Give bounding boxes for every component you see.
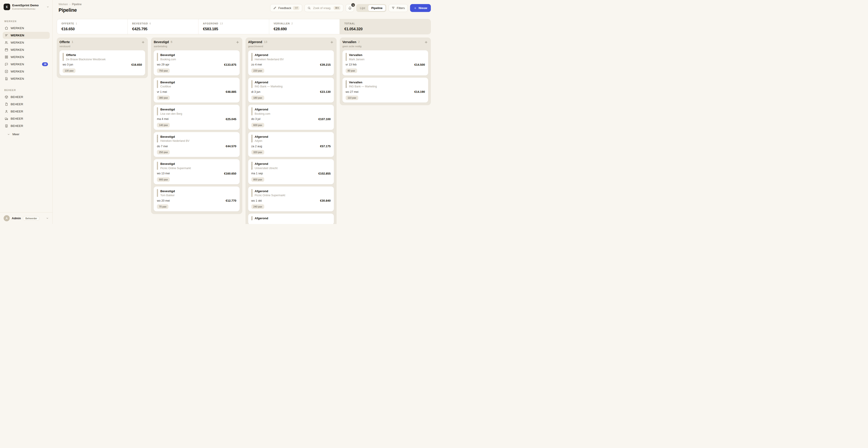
pencil-icon — [273, 6, 276, 10]
card-meta-row: ma 1 sep €102.855 — [251, 172, 331, 175]
new-button[interactable]: Nieuw — [410, 4, 431, 12]
sidebar-item[interactable]: WERKEN — [3, 32, 50, 39]
sidebar-item[interactable]: BEHEER — [3, 101, 50, 108]
sidebar-item-label: WERKEN — [11, 70, 24, 73]
kanban-card[interactable]: Afgerond Universiteit Utrecht ma 1 sep €… — [248, 159, 334, 184]
view-toggle: Lijst Pipeline — [356, 4, 386, 12]
add-card-icon[interactable] — [141, 40, 145, 44]
kanban-card[interactable]: Vervallen ING Bank — Marketing wo 27 mei… — [342, 78, 428, 103]
sidebar-more-label: Meer — [12, 133, 20, 136]
stat-cell: TOTAAL €1.054.320 — [340, 19, 431, 34]
view-toggle-option[interactable]: Pipeline — [368, 5, 385, 11]
sidebar-item-label: WERKEN — [11, 63, 24, 66]
sidebar-item[interactable]: BEHEER — [3, 94, 50, 101]
sidebar-item-icon — [4, 77, 8, 80]
card-title: Bevestigd — [160, 107, 182, 111]
card-title: Afgerond — [255, 80, 283, 84]
kanban-card[interactable]: Afgerond Heineken Nederland BV zo 4 mei … — [248, 50, 334, 75]
kanban-card[interactable]: Bevestigd Picnic Online Supermarkt wo 13… — [154, 159, 239, 184]
notifications-button[interactable]: 1 — [346, 4, 354, 12]
kanban-card[interactable]: Bevestigd Booking.com wo 29 apr €133.875… — [154, 50, 239, 75]
card-top: Bevestigd Lisa van den Berg — [157, 107, 236, 115]
card-title: Bevestigd — [160, 53, 176, 57]
card-amount: €102.855 — [318, 172, 331, 175]
card-amount: €16.650 — [131, 63, 142, 66]
sidebar-item-label: WERKEN — [11, 26, 24, 30]
kanban-card[interactable]: Vervallen Mark Jansen vr 13 feb €14.500 … — [342, 50, 428, 75]
card-meta-row: wo 29 apr €133.875 — [157, 63, 236, 66]
kanban-card[interactable]: Bevestigd Heineken Nederland BV do 7 mei… — [154, 132, 239, 157]
sidebar-item[interactable]: BEHEER — [3, 123, 50, 129]
card-client: Picnic Online Supermarkt — [160, 167, 191, 170]
add-card-icon[interactable] — [236, 40, 240, 44]
card-date: wo 29 apr — [157, 63, 169, 66]
card-amount: €107.100 — [318, 117, 331, 121]
card-top: Bevestigd Heineken Nederland BV — [157, 135, 236, 143]
sidebar-item[interactable]: BEHEER — [3, 108, 50, 115]
search-box[interactable]: ⌘K — [305, 4, 343, 12]
card-pax-badge: 600 pax — [251, 123, 264, 127]
card-meta-row: vr 1 mei €48.885 — [157, 90, 236, 94]
kanban-card[interactable]: Afgerond ING Bank — Marketing di 3 jun €… — [248, 78, 334, 103]
kanban-card[interactable]: Offerte De Brauw Blackstone Westbroek wo… — [59, 50, 145, 75]
card-date: di 3 jun — [251, 90, 260, 94]
sidebar-item[interactable]: BEHEER — [3, 115, 50, 122]
sidebar-more-toggle[interactable]: Meer — [7, 133, 45, 136]
breadcrumb: Werken › Pipeline — [59, 3, 82, 6]
plus-icon — [414, 6, 417, 10]
card-client: Universiteit Utrecht — [255, 167, 278, 170]
column-title: Afgerond — [248, 40, 262, 44]
sidebar-item-icon — [4, 33, 8, 37]
sidebar-item-label: BEHEER — [11, 110, 23, 113]
card-title: Afgerond — [255, 162, 278, 166]
workspace-switcher[interactable]: E EventSprint Demo Evenementenbureau — [0, 0, 53, 13]
pipeline-stats-bar: OFFERTE1 €16.650 BEVESTIGD6 €425.795 AFG… — [57, 19, 431, 34]
column-subtitle: geen actie nodig — [342, 45, 428, 48]
card-top: Bevestigd Tom Bakker — [157, 189, 236, 197]
card-title: Afgerond — [255, 189, 285, 193]
user-menu[interactable]: A Admin Beheerder — [0, 212, 53, 224]
column-cards: Afgerond Heineken Nederland BV zo 4 mei … — [248, 50, 334, 224]
sidebar-item[interactable]: WERKEN — [3, 25, 50, 32]
workspace-meta: EventSprint Demo Evenementenbureau — [12, 4, 44, 10]
card-pax-badge: 800 pax — [251, 177, 264, 182]
card-heading: Bevestigd Coolblue — [160, 80, 175, 88]
sidebar-item[interactable]: WERKEN — [3, 39, 50, 46]
kanban-card[interactable]: Bevestigd Tom Bakker wo 20 mei €12.770 7… — [154, 186, 239, 212]
kanban-card[interactable]: Afgerond — [248, 214, 334, 224]
search-input[interactable] — [313, 6, 332, 10]
add-card-icon[interactable] — [330, 40, 334, 44]
filters-button[interactable]: Filters — [389, 4, 408, 12]
card-date: vr 1 mei — [157, 90, 167, 94]
kanban-column: Bevestigd 6 aanbetaling Bevestigd Bookin… — [151, 37, 242, 214]
view-toggle-option[interactable]: Lijst — [357, 5, 368, 11]
kanban-card[interactable]: Afgerond Picnic Online Supermarkt wo 1 o… — [248, 186, 334, 212]
sidebar-item-icon — [4, 102, 8, 106]
feedback-button[interactable]: Feedback ⇧F — [270, 4, 302, 12]
column-header: Afgerond 13 — [248, 40, 334, 44]
card-amount: €25.045 — [226, 117, 237, 121]
sidebar-item[interactable]: WERKEN — [3, 68, 50, 75]
add-card-icon[interactable] — [424, 40, 428, 44]
card-title: Bevestigd — [160, 189, 175, 193]
sidebar-item[interactable]: WERKEN — [3, 46, 50, 53]
kanban-column: Afgerond 13 gearchiveerd Afgerond Heinek… — [246, 37, 337, 224]
sidebar-item[interactable]: WERKEN 18 — [3, 61, 50, 68]
card-client: De Brauw Blackstone Westbroek — [66, 58, 105, 61]
card-title: Afgerond — [255, 135, 268, 139]
card-heading: Afgerond Adyen — [255, 135, 268, 143]
stat-label: OFFERTE — [61, 22, 74, 25]
sidebar: E EventSprint Demo Evenementenbureau WER… — [0, 0, 53, 224]
sidebar-item[interactable]: WERKEN — [3, 54, 50, 61]
card-client: Mark Jansen — [349, 58, 365, 61]
sidebar-item[interactable]: WERKEN — [3, 75, 50, 82]
kanban-card[interactable]: Bevestigd Coolblue vr 1 mei €48.885 380 … — [154, 78, 239, 103]
card-title: Offerte — [66, 53, 105, 57]
column-header: Offerte 1 — [59, 40, 145, 44]
kanban-card[interactable]: Afgerond Adyen za 2 aug €57.175 320 pax — [248, 132, 334, 157]
card-client: Heineken Nederland BV — [160, 139, 189, 142]
kanban-card[interactable]: Afgerond Booking.com do 3 jul €107.100 6… — [248, 105, 334, 130]
breadcrumb-item[interactable]: Werken — [59, 3, 68, 6]
kanban-card[interactable]: Bevestigd Lisa van den Berg ma 4 mei €25… — [154, 105, 239, 130]
sidebar-item-icon — [4, 48, 8, 52]
